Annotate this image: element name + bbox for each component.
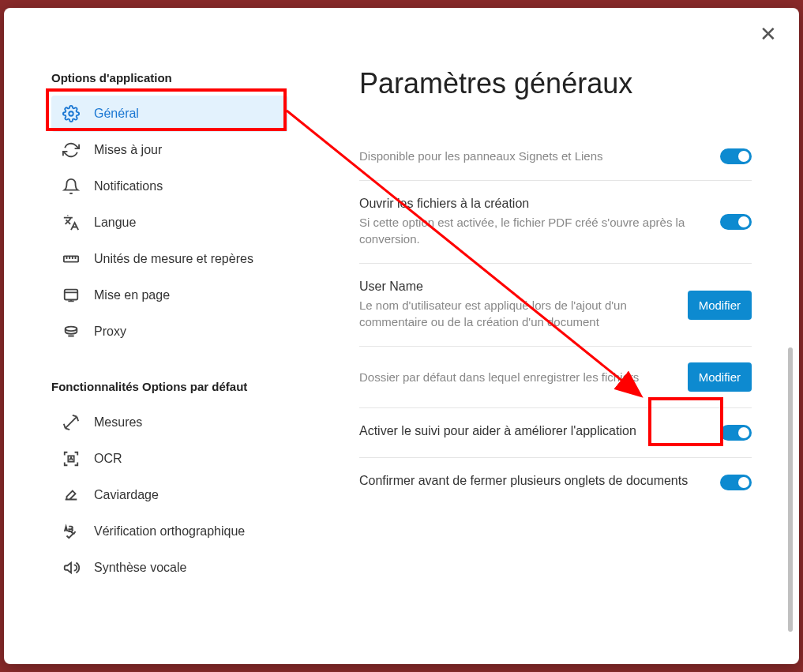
sidebar-item-general[interactable]: Général [51, 96, 288, 132]
setting-desc: Dossier par défaut dans lequel enregistr… [359, 369, 672, 385]
setting-title: Confirmer avant de fermer plusieurs ongl… [359, 474, 704, 488]
sidebar-item-label: Caviardage [94, 488, 159, 502]
sidebar-item-label: Général [94, 107, 139, 121]
measure-icon [62, 414, 80, 431]
gear-icon [62, 105, 80, 122]
sidebar-item-label: Vérification orthographique [94, 524, 245, 539]
spellcheck-icon [62, 523, 80, 540]
svg-point-0 [69, 111, 73, 116]
sidebar-section-app: Options d'application [51, 71, 312, 84]
sidebar-item-language[interactable]: Langue [51, 205, 288, 241]
setting-bookmarks-links: Disponible pour les panneaux Signets et … [359, 132, 752, 181]
sidebar-item-updates[interactable]: Mises à jour [51, 132, 288, 168]
ocr-icon [62, 450, 80, 467]
sidebar-item-spellcheck[interactable]: Vérification orthographique [51, 513, 288, 550]
setting-tracking: Activer le suivi pour aider à améliorer … [359, 408, 752, 458]
svg-rect-2 [65, 290, 78, 300]
setting-title: Activer le suivi pour aider à améliorer … [359, 424, 704, 438]
toggle-confirm-close[interactable] [720, 475, 752, 490]
sidebar-item-tts[interactable]: Synthèse vocale [51, 550, 288, 586]
svg-point-3 [66, 327, 77, 332]
sidebar-item-notifications[interactable]: Notifications [51, 168, 288, 205]
sidebar-item-proxy[interactable]: Proxy [51, 313, 288, 350]
setting-confirm-close: Confirmer avant de fermer plusieurs ongl… [359, 458, 752, 507]
setting-open-on-create: Ouvrir les fichiers à la création Si cet… [359, 181, 752, 264]
sidebar-item-measures[interactable]: Mesures [51, 404, 288, 441]
setting-desc: Si cette option est activée, le fichier … [359, 214, 704, 247]
setting-desc: Disponible pour les panneaux Signets et … [359, 148, 704, 164]
setting-desc: Le nom d'utilisateur est appliqué lors d… [359, 297, 672, 330]
setting-username: User Name Le nom d'utilisateur est appli… [359, 264, 752, 347]
toggle-open-on-create[interactable] [720, 214, 752, 230]
sidebar-item-ocr[interactable]: OCR [51, 441, 288, 477]
edit-username-button[interactable]: Modifier [688, 291, 752, 320]
page-title: Paramètres généraux [359, 67, 752, 100]
settings-panel: Paramètres généraux Disponible pour les … [312, 24, 799, 664]
setting-title: User Name [359, 280, 672, 294]
sidebar-item-label: Proxy [94, 325, 126, 339]
scrollbar[interactable] [788, 347, 793, 632]
sidebar-item-label: Unités de mesure et repères [94, 252, 253, 266]
toggle-bookmarks-links[interactable] [720, 148, 752, 164]
sidebar-section-features: Fonctionnalités Options par défaut [51, 380, 312, 393]
bell-icon [62, 178, 80, 195]
toggle-tracking[interactable] [720, 425, 752, 441]
ruler-icon [62, 250, 80, 268]
proxy-icon [62, 323, 80, 340]
sidebar-item-label: Langue [94, 216, 136, 230]
sync-icon [62, 141, 80, 159]
sidebar-item-label: Mesures [94, 415, 142, 430]
settings-modal: ✕ Options d'application Général Mises à … [4, 8, 799, 664]
sidebar-item-redaction[interactable]: Caviardage [51, 477, 288, 513]
redaction-icon [62, 486, 80, 504]
layout-icon [62, 287, 80, 304]
megaphone-icon [62, 559, 80, 576]
sidebar: Options d'application Général Mises à jo… [4, 24, 312, 664]
sidebar-item-label: Notifications [94, 179, 163, 193]
translate-icon [62, 214, 80, 231]
edit-folder-button[interactable]: Modifier [688, 362, 752, 392]
setting-default-folder: Dossier par défaut dans lequel enregistr… [359, 347, 752, 408]
sidebar-item-label: Mises à jour [94, 143, 162, 157]
sidebar-item-label: Synthèse vocale [94, 561, 186, 575]
sidebar-item-units[interactable]: Unités de mesure et repères [51, 241, 288, 277]
setting-title: Ouvrir les fichiers à la création [359, 197, 704, 211]
sidebar-item-label: Mise en page [94, 288, 170, 302]
sidebar-item-layout[interactable]: Mise en page [51, 277, 288, 313]
sidebar-item-label: OCR [94, 452, 122, 466]
